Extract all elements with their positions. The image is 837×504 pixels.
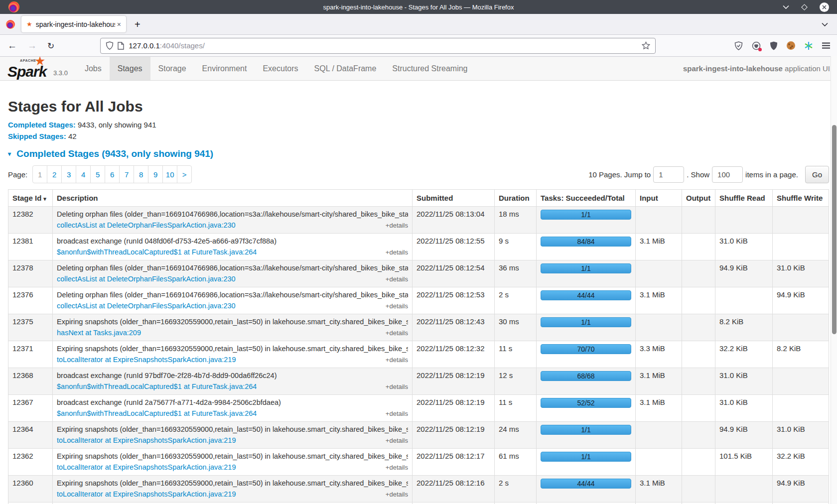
page-button-1[interactable]: 1 xyxy=(32,165,47,183)
duration-cell: 11 s xyxy=(495,341,537,368)
stage-detail-link[interactable]: toLocalIterator at ExpireSnapshotsSparkA… xyxy=(57,355,236,364)
page-button-8[interactable]: 8 xyxy=(134,165,148,183)
nav-tab-sql-dataframe[interactable]: SQL / DataFrame xyxy=(306,57,385,80)
column-header-shuffle-write[interactable]: Shuffle Write xyxy=(773,190,829,207)
go-button[interactable]: Go xyxy=(805,166,829,183)
browser-tab[interactable]: ★ spark-ingest-into-lakehous × xyxy=(21,16,126,32)
stage-detail-link[interactable]: collectAsList at DeleteOrphanFilesSparkA… xyxy=(57,221,236,230)
column-header-description[interactable]: Description xyxy=(53,190,413,207)
ublock-shield-icon[interactable] xyxy=(770,41,778,50)
stage-detail-link[interactable]: collectAsList at DeleteOrphanFilesSparkA… xyxy=(57,274,236,283)
stage-id-cell: 12381 xyxy=(8,234,53,260)
page-button-next[interactable]: > xyxy=(177,165,192,183)
extension-shield-check-icon[interactable] xyxy=(734,41,743,50)
jump-to-page-input[interactable] xyxy=(653,166,684,183)
completed-stages-link[interactable]: Completed Stages: xyxy=(8,121,76,129)
url-bar[interactable]: 127.0.0.1:4040/stages/ xyxy=(100,38,656,54)
details-toggle[interactable]: +details xyxy=(386,275,408,284)
nav-tab-stages[interactable]: Stages xyxy=(110,57,150,80)
details-toggle[interactable]: +details xyxy=(386,302,408,311)
page-button-7[interactable]: 7 xyxy=(119,165,134,183)
column-header-output[interactable]: Output xyxy=(682,190,715,207)
stage-detail-link[interactable]: toLocalIterator at ExpireSnapshotsSparkA… xyxy=(57,490,236,499)
asterisk-extension-icon[interactable] xyxy=(804,41,813,50)
column-header-tasks-succeeded-total[interactable]: Tasks: Succeeded/Total xyxy=(537,190,636,207)
tasks-cell: 1/1 xyxy=(537,314,636,341)
tab-close-icon[interactable]: × xyxy=(117,20,121,28)
scrollbar-thumb[interactable] xyxy=(832,125,837,334)
shuffle-read-cell: 31.0 KiB xyxy=(715,234,773,260)
reload-button[interactable]: ↻ xyxy=(47,41,54,51)
minimize-icon[interactable] xyxy=(783,5,789,9)
spark-logo[interactable]: APACHE ★ Spark xyxy=(7,58,50,79)
page-button-3[interactable]: 3 xyxy=(61,165,76,183)
submitted-cell: 2022/11/25 08:12:54 xyxy=(413,260,495,287)
input-cell xyxy=(636,449,682,476)
firefox-icon[interactable] xyxy=(6,20,15,29)
tasks-cell: 44/44 xyxy=(537,476,636,503)
details-toggle[interactable]: +details xyxy=(386,490,408,499)
containers-mask-icon[interactable] xyxy=(752,41,761,50)
nav-tab-storage[interactable]: Storage xyxy=(150,57,194,80)
column-header-input[interactable]: Input xyxy=(636,190,682,207)
page-button-5[interactable]: 5 xyxy=(90,165,105,183)
shield-icon[interactable] xyxy=(106,41,114,50)
menu-hamburger-icon[interactable] xyxy=(822,42,830,49)
stage-row-12376: 12376Deleting orphan files (older_than=1… xyxy=(8,287,829,314)
skipped-stages-link[interactable]: Skipped Stages: xyxy=(8,132,66,140)
stage-detail-link[interactable]: toLocalIterator at ExpireSnapshotsSparkA… xyxy=(57,436,236,445)
column-header-duration[interactable]: Duration xyxy=(495,190,537,207)
completed-stages-section-toggle[interactable]: ▾ Completed Stages (9433, only showing 9… xyxy=(8,148,829,159)
page-button-4[interactable]: 4 xyxy=(76,165,91,183)
close-icon[interactable] xyxy=(820,2,829,12)
back-button[interactable]: ← xyxy=(7,41,17,50)
input-cell xyxy=(636,260,682,287)
column-header-stage-id[interactable]: Stage Id▾ xyxy=(8,190,53,207)
task-progress-bar: 1/1 xyxy=(541,425,631,435)
bookmark-star-icon[interactable] xyxy=(642,41,650,50)
stage-detail-link[interactable]: hasNext at Tasks.java:209 xyxy=(57,328,141,337)
stage-detail-link[interactable]: $anonfun$withThreadLocalCaptured$1 at Fu… xyxy=(57,382,257,391)
spark-nav-tabs: JobsStagesStorageEnvironmentExecutorsSQL… xyxy=(77,57,476,80)
details-toggle[interactable]: +details xyxy=(386,382,408,391)
page-content: Stages for All Jobs Completed Stages: 94… xyxy=(0,98,837,504)
maximize-icon[interactable] xyxy=(801,4,808,10)
stage-detail-link[interactable]: toLocalIterator at ExpireSnapshotsSparkA… xyxy=(57,463,236,472)
page-info-icon[interactable] xyxy=(118,42,124,50)
forward-button[interactable]: → xyxy=(27,41,37,50)
items-per-page-input[interactable] xyxy=(712,166,743,183)
description-cell: Expiring snapshots (older_than=166932055… xyxy=(53,314,413,341)
cookie-icon[interactable] xyxy=(787,41,795,50)
details-toggle[interactable]: +details xyxy=(386,248,408,257)
nav-tab-executors[interactable]: Executors xyxy=(255,57,306,80)
details-toggle[interactable]: +details xyxy=(386,356,408,365)
details-toggle[interactable]: +details xyxy=(386,221,408,230)
page-button-10[interactable]: 10 xyxy=(162,165,177,183)
stage-description: Expiring snapshots (older_than=166932055… xyxy=(57,479,408,488)
scrollbar-track[interactable] xyxy=(831,56,837,504)
details-toggle[interactable]: +details xyxy=(386,329,408,338)
page-button-6[interactable]: 6 xyxy=(105,165,120,183)
shuffle-write-cell: 94.9 KiB xyxy=(773,287,829,314)
nav-tab-jobs[interactable]: Jobs xyxy=(77,57,110,80)
details-toggle[interactable]: +details xyxy=(386,463,408,472)
shuffle-read-cell: 94.9 KiB xyxy=(715,422,773,449)
apache-label: APACHE xyxy=(20,59,36,62)
stage-detail-link[interactable]: $anonfun$withThreadLocalCaptured$1 at Fu… xyxy=(57,248,257,256)
details-toggle[interactable]: +details xyxy=(386,436,408,445)
nav-tab-structured-streaming[interactable]: Structured Streaming xyxy=(384,57,475,80)
column-header-submitted[interactable]: Submitted xyxy=(413,190,495,207)
nav-tab-environment[interactable]: Environment xyxy=(194,57,255,80)
stage-id-cell: 12378 xyxy=(8,260,53,287)
column-header-shuffle-read[interactable]: Shuffle Read xyxy=(715,190,773,207)
stage-detail-link[interactable]: collectAsList at DeleteOrphanFilesSparkA… xyxy=(57,301,236,310)
notification-badge xyxy=(758,48,762,51)
tasks-cell: 68/68 xyxy=(537,368,636,395)
details-toggle[interactable]: +details xyxy=(386,409,408,418)
page-button-2[interactable]: 2 xyxy=(47,165,62,183)
duration-cell: 2 s xyxy=(495,476,537,503)
new-tab-button[interactable]: + xyxy=(135,19,140,29)
list-tabs-chevron-icon[interactable] xyxy=(822,22,828,26)
stage-detail-link[interactable]: $anonfun$withThreadLocalCaptured$1 at Fu… xyxy=(57,409,257,418)
page-button-9[interactable]: 9 xyxy=(148,165,163,183)
